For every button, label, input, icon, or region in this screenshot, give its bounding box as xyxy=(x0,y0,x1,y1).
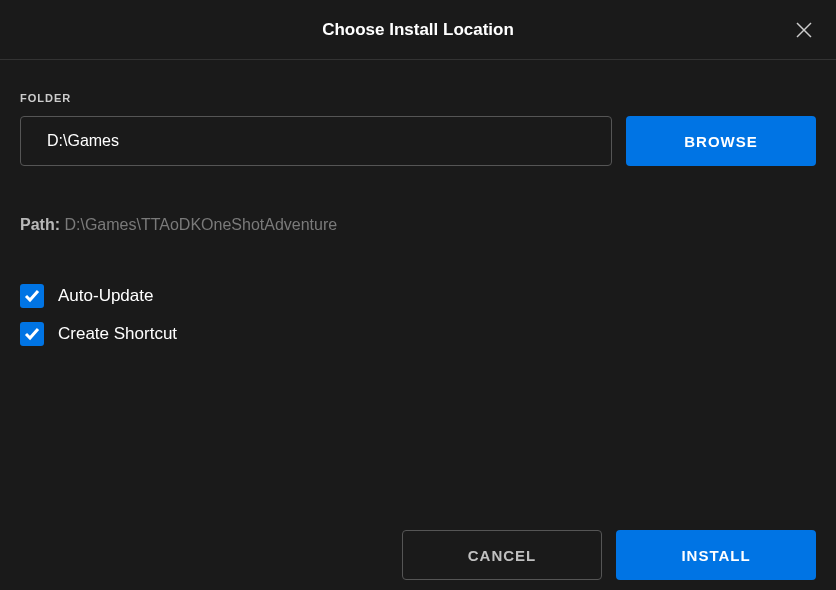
dialog-title: Choose Install Location xyxy=(322,20,514,40)
check-icon xyxy=(24,289,40,303)
check-icon xyxy=(24,327,40,341)
options-group: Auto-Update Create Shortcut xyxy=(20,284,816,346)
browse-button[interactable]: BROWSE xyxy=(626,116,816,166)
path-row: Path: D:\Games\TTAoDKOneShotAdventure xyxy=(20,216,816,234)
create-shortcut-label: Create Shortcut xyxy=(58,324,177,344)
close-icon xyxy=(796,22,812,38)
path-value: D:\Games\TTAoDKOneShotAdventure xyxy=(64,216,337,233)
auto-update-option[interactable]: Auto-Update xyxy=(20,284,816,308)
dialog-content: FOLDER BROWSE Path: D:\Games\TTAoDKOneSh… xyxy=(0,60,836,346)
dialog-footer: CANCEL INSTALL xyxy=(0,530,836,590)
dialog-header: Choose Install Location xyxy=(0,0,836,60)
folder-input[interactable] xyxy=(20,116,612,166)
close-button[interactable] xyxy=(790,16,818,44)
create-shortcut-checkbox[interactable] xyxy=(20,322,44,346)
path-label: Path: xyxy=(20,216,60,233)
install-button[interactable]: INSTALL xyxy=(616,530,816,580)
cancel-button[interactable]: CANCEL xyxy=(402,530,602,580)
auto-update-checkbox[interactable] xyxy=(20,284,44,308)
folder-label: FOLDER xyxy=(20,92,816,104)
create-shortcut-option[interactable]: Create Shortcut xyxy=(20,322,816,346)
folder-row: BROWSE xyxy=(20,116,816,166)
auto-update-label: Auto-Update xyxy=(58,286,153,306)
